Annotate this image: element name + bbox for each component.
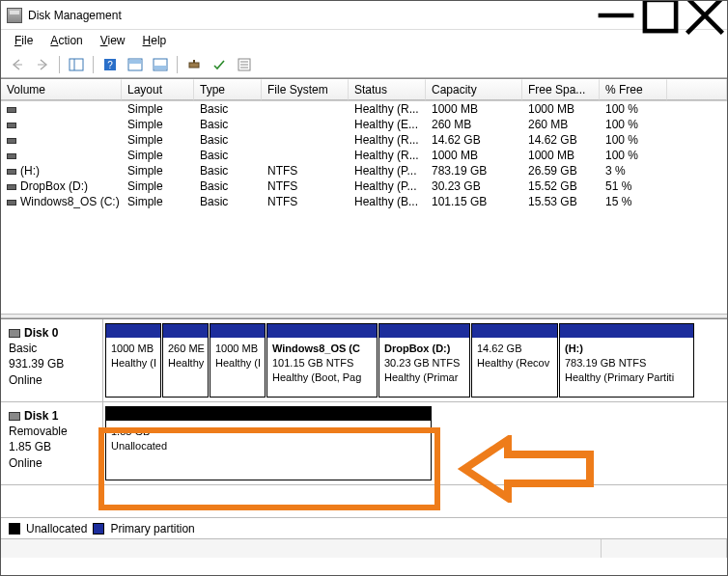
volume-row[interactable]: SimpleBasicHealthy (R...1000 MB1000 MB10…: [1, 101, 727, 117]
col-pctfree[interactable]: % Free: [600, 79, 667, 100]
col-freespace[interactable]: Free Spa...: [522, 79, 600, 100]
view-top-button[interactable]: [124, 54, 147, 75]
volume-fs: [262, 148, 349, 163]
svg-rect-15: [193, 60, 195, 63]
swatch-unallocated: [9, 523, 20, 535]
volume-layout: Simple: [122, 101, 194, 117]
volume-name: (H:): [20, 164, 40, 178]
disk-state: Online: [9, 372, 95, 388]
volume-capacity: 260 MB: [426, 117, 522, 132]
partition-primary[interactable]: Windows8_OS (C101.15 GB NTFSHealthy (Boo…: [266, 323, 378, 398]
col-layout[interactable]: Layout: [122, 79, 194, 100]
volume-row[interactable]: DropBox (D:)SimpleBasicNTFSHealthy (P...…: [1, 178, 727, 194]
volume-status: Healthy (P...: [349, 178, 426, 194]
volume-pct: 100 %: [600, 101, 667, 117]
disk-graphical-view[interactable]: Disk 0Basic931.39 GBOnline1000 MBHealthy…: [1, 318, 727, 517]
properties-button[interactable]: [233, 54, 256, 75]
volume-capacity: 783.19 GB: [426, 163, 522, 178]
disk-drive-icon: [9, 412, 20, 421]
volume-status: Healthy (B...: [349, 194, 426, 209]
partition-primary[interactable]: 14.62 GBHealthy (Recov: [471, 323, 558, 398]
volume-row[interactable]: Windows8_OS (C:)SimpleBasicNTFSHealthy (…: [1, 194, 727, 209]
volume-list: Volume Layout Type File System Status Ca…: [1, 78, 727, 314]
forward-button[interactable]: [31, 54, 54, 75]
partition-status: Healthy (Primary Partiti: [565, 370, 688, 385]
back-button[interactable]: [6, 54, 29, 75]
volume-row[interactable]: (H:)SimpleBasicNTFSHealthy (P...783.19 G…: [1, 163, 727, 178]
volume-layout: Simple: [122, 194, 194, 209]
partition-unallocated[interactable]: 1.85 GBUnallocated: [105, 406, 432, 480]
close-button[interactable]: [683, 1, 727, 29]
volume-type: Basic: [194, 194, 262, 209]
volume-free: 15.52 GB: [522, 178, 600, 194]
show-hide-console-tree-button[interactable]: [65, 54, 88, 75]
volume-fs: NTFS: [262, 178, 349, 194]
volume-capacity: 101.15 GB: [426, 194, 522, 209]
volume-status: Healthy (R...: [349, 101, 426, 117]
volume-fs: [262, 117, 349, 132]
partition-primary[interactable]: 260 MEHealthy: [162, 323, 209, 398]
partition-primary[interactable]: DropBox (D:)30.23 GB NTFSHealthy (Primar: [378, 323, 470, 398]
app-icon: [7, 8, 22, 23]
partition-name: (H:): [565, 342, 688, 356]
volume-free: 26.59 GB: [522, 163, 600, 178]
partition-primary[interactable]: 1000 MBHealthy (I: [105, 323, 161, 398]
volume-capacity: 1000 MB: [426, 148, 522, 163]
volume-row[interactable]: SimpleBasicHealthy (R...1000 MB1000 MB10…: [1, 148, 727, 163]
col-filesystem[interactable]: File System: [262, 79, 349, 100]
settings-button[interactable]: [182, 54, 206, 75]
menu-file[interactable]: File: [7, 32, 41, 49]
svg-rect-11: [129, 60, 141, 64]
help-button[interactable]: ?: [98, 54, 122, 75]
volume-free: 1000 MB: [522, 148, 600, 163]
disk-info[interactable]: Disk 1Removable1.85 GBOnline: [1, 402, 103, 484]
menu-action[interactable]: Action: [42, 32, 90, 49]
col-type[interactable]: Type: [194, 79, 262, 100]
minimize-button[interactable]: [594, 1, 638, 29]
menu-help[interactable]: Help: [135, 32, 175, 49]
volume-capacity: 1000 MB: [426, 101, 522, 117]
disk-info[interactable]: Disk 0Basic931.39 GBOnline: [1, 319, 103, 401]
partition-primary[interactable]: 1000 MBHealthy (I: [210, 323, 266, 398]
svg-rect-1: [645, 0, 676, 31]
col-volume[interactable]: Volume: [1, 79, 122, 100]
disk-drive-icon: [9, 329, 20, 338]
view-bottom-button[interactable]: [149, 54, 172, 75]
col-capacity[interactable]: Capacity: [426, 79, 522, 100]
partition-primary[interactable]: (H:)783.19 GB NTFSHealthy (Primary Parti…: [559, 323, 694, 398]
col-status[interactable]: Status: [349, 79, 426, 100]
refresh-check-button[interactable]: [208, 54, 231, 75]
partition-status: Healthy (I: [215, 356, 260, 370]
svg-text:?: ?: [107, 60, 113, 70]
partition-size: 1.85 GB: [111, 425, 426, 439]
disk-size: 931.39 GB: [9, 356, 95, 371]
volume-row[interactable]: SimpleBasicHealthy (R...14.62 GB14.62 GB…: [1, 132, 727, 148]
volume-pct: 3 %: [600, 163, 667, 178]
toolbar: ?: [1, 51, 727, 78]
swatch-primary: [93, 523, 104, 535]
volume-free: 260 MB: [522, 117, 600, 132]
volume-free: 14.62 GB: [522, 132, 600, 148]
partition-status: Healthy (Recov: [477, 356, 552, 370]
partition-status: Unallocated: [111, 439, 426, 453]
window-title: Disk Management: [28, 9, 594, 22]
volume-fs: [262, 101, 349, 117]
disk-label: Disk 0: [24, 326, 58, 340]
volume-capacity: 14.62 GB: [426, 132, 522, 148]
volume-capacity: 30.23 GB: [426, 178, 522, 194]
disk-partitions: 1.85 GBUnallocated: [103, 402, 727, 484]
volume-status: Healthy (R...: [349, 148, 426, 163]
partition-size: 14.62 GB: [477, 342, 552, 356]
statusbar: [1, 538, 727, 558]
volume-layout: Simple: [122, 163, 194, 178]
maximize-button[interactable]: [638, 1, 683, 29]
menu-view[interactable]: View: [93, 32, 133, 49]
volume-free: 15.53 GB: [522, 194, 600, 209]
partition-status: Healthy: [168, 356, 203, 370]
volume-type: Basic: [194, 132, 262, 148]
partition-status: Healthy (Boot, Pag: [272, 370, 372, 385]
partition-status: Healthy (Primar: [384, 370, 464, 385]
partition-size: 1000 MB: [215, 342, 260, 356]
volume-row[interactable]: SimpleBasicHealthy (E...260 MB260 MB100 …: [1, 117, 727, 132]
disk-partitions: 1000 MBHealthy (I260 MEHealthy1000 MBHea…: [103, 319, 727, 401]
